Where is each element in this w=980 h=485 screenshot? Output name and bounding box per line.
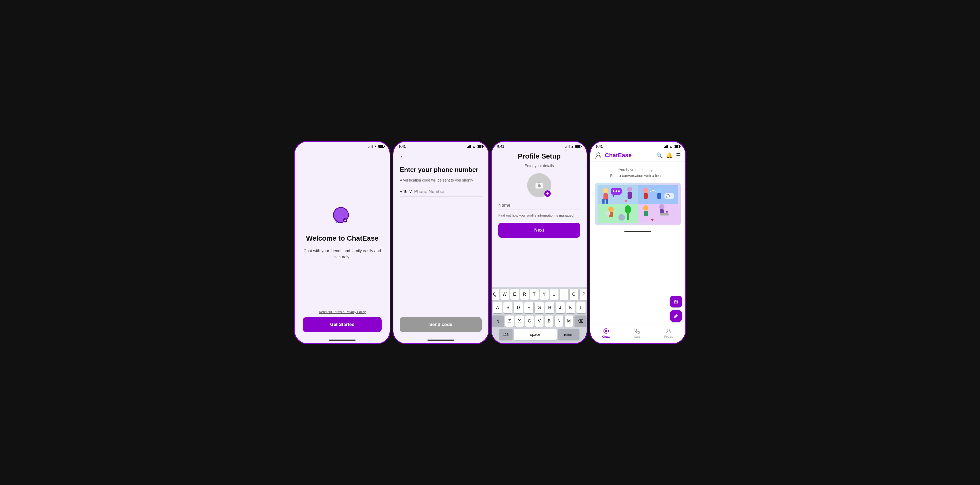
nav-people[interactable]: People	[664, 328, 673, 338]
svg-point-34	[608, 207, 614, 212]
key-i[interactable]: I	[560, 289, 568, 300]
camera-icon	[535, 181, 544, 190]
key-numbers[interactable]: 123	[499, 329, 512, 337]
signal-icon-2	[467, 145, 471, 148]
key-p[interactable]: P	[580, 289, 587, 300]
key-e[interactable]: E	[510, 289, 519, 300]
camera-fab-icon	[673, 299, 679, 304]
key-j[interactable]: J	[555, 302, 565, 313]
name-input[interactable]	[498, 203, 580, 208]
key-a[interactable]: A	[493, 302, 502, 313]
key-backspace[interactable]: ⌫	[574, 315, 586, 327]
battery-icon	[379, 145, 384, 148]
key-f[interactable]: F	[524, 302, 533, 313]
svg-point-6	[538, 185, 540, 187]
screen-chats: 9:41 ▲ ChatEase 🔍 🔔 ☰	[590, 141, 686, 344]
svg-point-20	[616, 190, 617, 192]
key-g[interactable]: G	[535, 302, 544, 313]
get-started-button[interactable]: Get Started	[303, 317, 382, 332]
avatar-container[interactable]: +	[527, 173, 551, 197]
edit-fab-icon	[673, 313, 679, 319]
welcome-title: Welcome to ChatEase	[306, 234, 379, 242]
back-button[interactable]: ←	[400, 152, 482, 161]
fab-container	[670, 296, 682, 322]
svg-rect-15	[602, 199, 605, 204]
country-code[interactable]: +49 ∨	[400, 189, 412, 194]
status-icons-2: ▲	[467, 145, 483, 148]
name-input-wrapper	[498, 203, 580, 210]
wifi-icon: ▲	[374, 144, 377, 148]
screen-profile-setup: 9:41 ▲ Profile Setup Enter your details	[491, 141, 587, 344]
key-h[interactable]: H	[545, 302, 554, 313]
screen1-bottom: Read our Terms & Privacy Policy Get Star…	[303, 310, 382, 334]
key-d[interactable]: D	[514, 302, 523, 313]
key-u[interactable]: U	[550, 289, 558, 300]
key-l[interactable]: L	[576, 302, 585, 313]
svg-point-38	[625, 205, 631, 213]
avatar-plus-icon[interactable]: +	[544, 190, 551, 197]
nav-chats[interactable]: Chats	[602, 328, 611, 338]
key-shift[interactable]: ⇧	[492, 315, 504, 327]
app-header: ChatEase 🔍 🔔 ☰	[590, 149, 685, 162]
illustration-image: ♥ ♥ ♥	[595, 182, 681, 225]
svg-point-19	[613, 190, 614, 192]
bottom-nav: Chats Calls People	[590, 325, 685, 343]
search-icon-header[interactable]: 🔍	[656, 152, 663, 158]
people-nav-icon	[665, 328, 672, 334]
key-b[interactable]: B	[545, 315, 554, 327]
svg-rect-36	[606, 211, 611, 215]
key-v[interactable]: V	[535, 315, 544, 327]
menu-icon-header[interactable]: ☰	[676, 152, 681, 158]
key-r[interactable]: R	[520, 289, 529, 300]
svg-rect-23	[628, 192, 632, 199]
key-q[interactable]: Q	[492, 289, 499, 300]
status-bar-3: 9:41 ▲	[492, 142, 587, 149]
svg-point-26	[643, 205, 648, 211]
svg-rect-42	[644, 193, 648, 199]
key-o[interactable]: O	[570, 289, 578, 300]
app-header-icons: 🔍 🔔 ☰	[656, 152, 681, 158]
next-button[interactable]: Next	[498, 223, 580, 238]
key-n[interactable]: N	[555, 315, 563, 327]
phone-input-row: +49 ∨	[400, 189, 482, 197]
key-t[interactable]: T	[530, 289, 539, 300]
wifi-icon-2: ▲	[473, 145, 476, 148]
svg-point-22	[627, 187, 632, 192]
welcome-subtitle: Chat with your friends and family easily…	[303, 248, 382, 260]
find-out-link[interactable]: Find out	[498, 213, 511, 217]
bell-icon-header[interactable]: 🔔	[666, 152, 673, 158]
screen-phone-number: 9:41 ▲ ← Enter your phone number A verif…	[393, 141, 489, 344]
key-return[interactable]: return	[558, 329, 579, 337]
svg-point-13	[603, 188, 608, 193]
edit-fab[interactable]	[670, 310, 682, 322]
key-k[interactable]: K	[566, 302, 575, 313]
key-y[interactable]: Y	[540, 289, 549, 300]
keyboard: Q W E R T Y U I O P A S D F G H J K L	[492, 287, 587, 337]
terms-link[interactable]: Read our Terms & Privacy Policy	[319, 310, 366, 314]
empty-chats-text: You have no chats yet. Start a conversat…	[610, 167, 665, 179]
home-indicator-1	[295, 337, 390, 343]
camera-fab[interactable]	[670, 296, 682, 307]
key-c[interactable]: C	[525, 315, 534, 327]
svg-point-28	[659, 204, 665, 209]
key-z[interactable]: Z	[505, 315, 514, 327]
phone-number-input[interactable]	[414, 189, 482, 194]
profile-setup-title: Profile Setup	[518, 152, 561, 160]
svg-text:♥: ♥	[651, 218, 654, 222]
phone-subtitle: A verification code will be sent to you …	[400, 178, 482, 182]
svg-point-39	[619, 214, 625, 220]
svg-rect-33	[598, 204, 638, 223]
key-w[interactable]: W	[500, 289, 509, 300]
key-s[interactable]: S	[503, 302, 512, 313]
key-space[interactable]: space	[514, 329, 557, 337]
profile-info-text: Find out how your profile information is…	[498, 213, 580, 217]
key-x[interactable]: X	[515, 315, 524, 327]
key-m[interactable]: M	[565, 315, 573, 327]
nav-calls[interactable]: Calls	[634, 328, 640, 338]
app-name-header: ChatEase	[605, 152, 632, 159]
screen1-top: Welcome to ChatEase Chat with your frien…	[303, 155, 382, 310]
svg-point-41	[643, 188, 648, 193]
svg-point-48	[675, 301, 677, 303]
send-code-button[interactable]: Send code	[400, 317, 482, 332]
calls-nav-label: Calls	[634, 335, 640, 338]
